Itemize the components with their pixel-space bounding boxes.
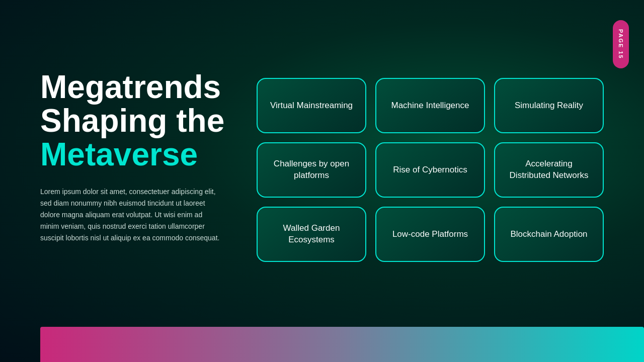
card-label-walled-garden: Walled Garden Ecosystems — [267, 223, 356, 246]
card-simulating-reality[interactable]: Simulating Reality — [494, 78, 604, 133]
title-line2: Shaping the — [40, 104, 236, 138]
card-label-blockchain-adoption: Blockchain Adoption — [510, 229, 587, 240]
card-machine-intelligence[interactable]: Machine Intelligence — [375, 78, 485, 133]
card-rise-cybernotics[interactable]: Rise of Cybernotics — [375, 142, 485, 198]
card-accelerating-distributed[interactable]: Accelerating Distributed Networks — [494, 142, 604, 198]
card-virtual-mainstreaming[interactable]: Virtual Mainstreaming — [257, 78, 366, 133]
title-line1: Megatrends — [40, 70, 236, 104]
bottom-decorative-bar — [40, 327, 644, 362]
card-low-code-platforms[interactable]: Low-code Platforms — [375, 207, 485, 262]
megatrends-grid: Virtual MainstreamingMachine Intelligenc… — [257, 78, 604, 262]
card-label-machine-intelligence: Machine Intelligence — [391, 100, 469, 112]
card-label-challenges-open-platforms: Challenges by open platforms — [267, 158, 356, 182]
left-section: Megatrends Shaping the Metaverse Lorem i… — [40, 70, 236, 244]
card-label-virtual-mainstreaming: Virtual Mainstreaming — [270, 100, 353, 112]
card-walled-garden[interactable]: Walled Garden Ecosystems — [257, 207, 366, 262]
description-text: Lorem ipsum dolor sit amet, consectetuer… — [40, 186, 221, 244]
card-label-low-code-platforms: Low-code Platforms — [392, 229, 468, 240]
card-challenges-open-platforms[interactable]: Challenges by open platforms — [257, 142, 366, 198]
card-label-simulating-reality: Simulating Reality — [515, 100, 583, 112]
card-label-accelerating-distributed: Accelerating Distributed Networks — [504, 158, 594, 182]
card-label-rise-cybernotics: Rise of Cybernotics — [393, 164, 467, 176]
page-badge: PAGE 15 — [613, 20, 629, 68]
title-accent: Metaverse — [40, 138, 236, 171]
card-blockchain-adoption[interactable]: Blockchain Adoption — [494, 207, 604, 262]
